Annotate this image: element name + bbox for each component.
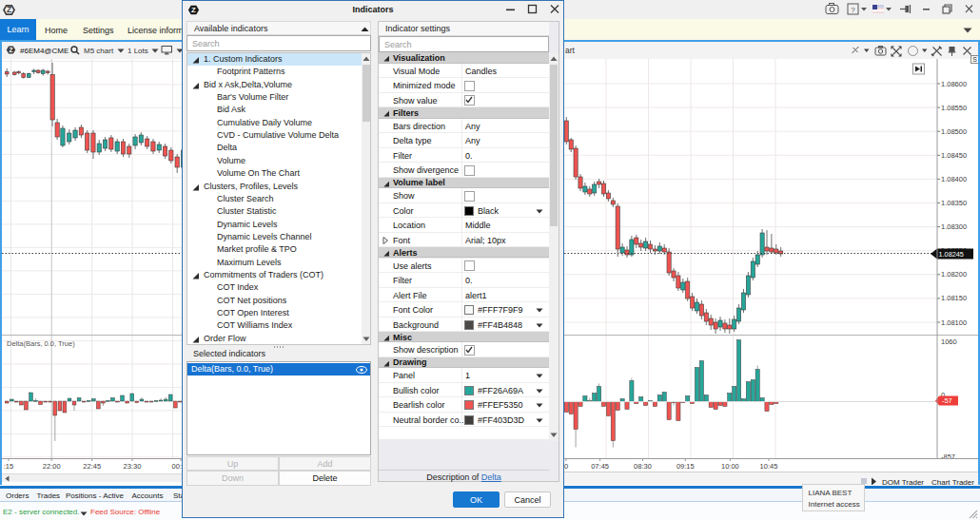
svg-text:08:30: 08:30: [634, 462, 652, 471]
svg-text:1060: 1060: [941, 337, 957, 346]
svg-text:Delta(Bars, 0.0, True): Delta(Bars, 0.0, True): [7, 339, 75, 348]
svg-text:?: ?: [851, 6, 855, 14]
svg-text:1.08400: 1.08400: [941, 175, 967, 183]
svg-text:1.08550: 1.08550: [941, 104, 967, 112]
svg-text:1.08350: 1.08350: [941, 199, 967, 207]
svg-text:1.08100: 1.08100: [941, 318, 967, 327]
svg-text:1.08600: 1.08600: [941, 80, 967, 88]
svg-text:-57: -57: [942, 396, 952, 405]
svg-text:Z: Z: [9, 47, 12, 53]
svg-text:1.08450: 1.08450: [941, 151, 967, 160]
svg-text::15: :15: [4, 462, 13, 471]
svg-text:0: 0: [564, 462, 568, 471]
svg-text:10:00: 10:00: [721, 462, 739, 471]
svg-text:1.08150: 1.08150: [941, 294, 967, 302]
svg-text:22:45: 22:45: [83, 462, 101, 471]
svg-text:Z: Z: [7, 5, 11, 14]
svg-text:-857: -857: [941, 453, 955, 461]
svg-text:07:45: 07:45: [591, 462, 609, 471]
svg-text:22:00: 22:00: [43, 462, 61, 471]
svg-text:23:30: 23:30: [124, 462, 142, 471]
svg-text:1.08245: 1.08245: [939, 250, 964, 259]
svg-text:1.08300: 1.08300: [941, 222, 967, 231]
svg-text:1.08500: 1.08500: [941, 127, 967, 136]
svg-text:1.08200: 1.08200: [941, 270, 967, 279]
svg-text:09:15: 09:15: [676, 462, 695, 471]
svg-text:10:45: 10:45: [760, 462, 778, 471]
